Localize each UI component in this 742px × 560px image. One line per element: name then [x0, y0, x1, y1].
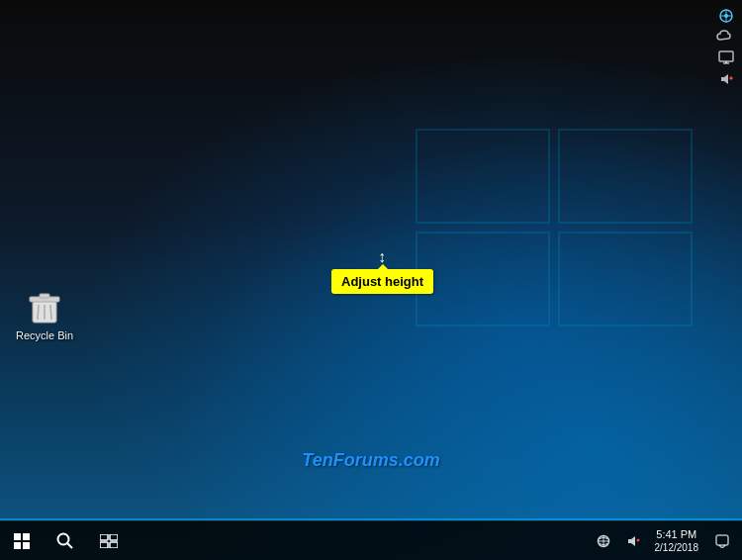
- notification-button[interactable]: [706, 521, 738, 561]
- win-pane-bl: [416, 232, 550, 327]
- search-button[interactable]: [44, 521, 87, 561]
- svg-line-24: [50, 305, 51, 320]
- taskbar: 5:41 PM 2/12/2018: [0, 520, 742, 560]
- win-pane-tr: [558, 129, 693, 224]
- svg-rect-25: [14, 533, 21, 540]
- time-display: 5:41 PM: [656, 527, 696, 541]
- network-tray-taskbar[interactable]: [590, 521, 617, 561]
- search-icon: [56, 532, 74, 550]
- task-view-button[interactable]: [87, 521, 131, 561]
- svg-rect-21: [40, 294, 49, 298]
- svg-rect-28: [23, 542, 30, 549]
- system-tray: 5:41 PM 2/12/2018: [586, 521, 743, 560]
- recycle-bin-icon[interactable]: Recycle Bin: [15, 287, 74, 341]
- svg-rect-34: [110, 542, 118, 548]
- svg-rect-33: [100, 542, 108, 548]
- win-pane-tl: [416, 129, 550, 224]
- system-icons-area: [716, 8, 734, 87]
- taskbar-pinned-apps: [131, 521, 586, 560]
- svg-rect-31: [100, 534, 108, 540]
- volume-tray-icon[interactable]: [718, 71, 734, 87]
- network-tray-icon[interactable]: [718, 8, 734, 24]
- desktop: Recycle Bin ↕ Adjust height: [0, 0, 742, 560]
- svg-point-29: [58, 533, 69, 544]
- clock-display[interactable]: 5:41 PM 2/12/2018: [649, 521, 705, 561]
- tooltip-text: Adjust height: [341, 274, 423, 289]
- windows-logo-bg: [416, 129, 693, 327]
- svg-rect-26: [23, 533, 30, 540]
- svg-rect-40: [716, 535, 728, 545]
- task-view-icon: [100, 534, 118, 548]
- svg-line-18: [730, 77, 732, 79]
- svg-line-30: [67, 543, 72, 548]
- recycle-bin-svg: [25, 287, 64, 327]
- watermark-text: TenForums.com: [302, 450, 439, 470]
- svg-rect-32: [110, 534, 118, 540]
- start-button[interactable]: [0, 521, 44, 561]
- date-display: 2/12/2018: [655, 541, 699, 554]
- win-pane-br: [558, 232, 693, 327]
- display-tray-icon[interactable]: [718, 49, 734, 65]
- volume-tray-taskbar[interactable]: [619, 521, 647, 561]
- windows-start-icon: [14, 533, 30, 549]
- svg-rect-14: [719, 51, 733, 61]
- svg-rect-27: [14, 542, 21, 549]
- recycle-bin-label: Recycle Bin: [16, 329, 73, 341]
- tenforums-watermark: TenForums.com: [302, 450, 439, 471]
- adjust-height-tooltip: Adjust height: [331, 269, 433, 294]
- svg-line-22: [38, 305, 39, 320]
- cloud-tray-icon[interactable]: [716, 30, 734, 44]
